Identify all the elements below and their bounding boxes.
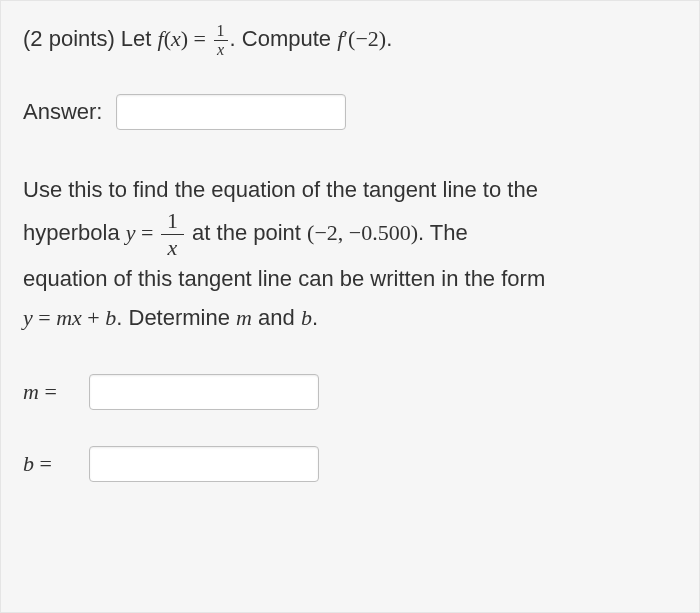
paragraph-line-2: hyperbola y = 1x at the point (−2, −0.50… [23, 210, 677, 259]
points-label: (2 points) [23, 26, 115, 51]
math-plus: + [82, 305, 105, 330]
m-label: m = [23, 376, 75, 408]
math-x: x [171, 26, 181, 51]
m-input[interactable] [89, 374, 319, 410]
math-paren-close: ) [181, 26, 188, 51]
answer-row: Answer: [23, 94, 677, 130]
math-y: y [126, 220, 136, 245]
math-b: b [105, 305, 116, 330]
math-b: b [301, 305, 312, 330]
math-x: x [72, 305, 82, 330]
at-point-text: at the point [192, 220, 307, 245]
fraction-1-over-x: 1x [212, 23, 230, 58]
math-m: m [236, 305, 252, 330]
fprime-expression: f′(−2). [337, 26, 392, 51]
final-period: . [312, 305, 318, 330]
paragraph-line-1: Use this to find the equation of the tan… [23, 170, 677, 210]
fraction-1-over-x-large: 1x [159, 210, 186, 259]
b-label: b = [23, 448, 75, 480]
b-input-row: b = [23, 446, 677, 482]
function-definition: f(x) = 1x [158, 26, 230, 51]
b-input[interactable] [89, 446, 319, 482]
answer-input[interactable] [116, 94, 346, 130]
tangent-paragraph: Use this to find the equation of the tan… [23, 170, 677, 338]
math-paren-open: ( [164, 26, 171, 51]
fraction-denominator: x [161, 234, 184, 259]
and-text: and [252, 305, 301, 330]
fraction-denominator: x [214, 40, 228, 58]
fraction-numerator: 1 [214, 23, 228, 40]
final-period: . [386, 26, 392, 51]
determine-text: . Determine [116, 305, 236, 330]
hyperbola-word: hyperbola [23, 220, 120, 245]
math-equals: = [33, 305, 56, 330]
problem-statement: (2 points) Let f(x) = 1x. Compute f′(−2)… [23, 23, 677, 58]
y-equals-frac: y = 1x [126, 220, 192, 245]
math-equals: = [188, 26, 211, 51]
fraction-numerator: 1 [161, 210, 184, 234]
let-text: Let [121, 26, 158, 51]
math-equals: = [136, 220, 159, 245]
question-panel: (2 points) Let f(x) = 1x. Compute f′(−2)… [0, 0, 700, 613]
compute-text: . Compute [230, 26, 332, 51]
point-post-text: . The [418, 220, 468, 245]
point-value: (−2, −0.500) [307, 220, 418, 245]
math-y: y [23, 305, 33, 330]
answer-label: Answer: [23, 96, 102, 128]
m-input-row: m = [23, 374, 677, 410]
paragraph-line-3: equation of this tangent line can be wri… [23, 259, 677, 299]
math-arg: −2 [355, 26, 378, 51]
math-m: m [56, 305, 72, 330]
paragraph-line-4: y = mx + b. Determine m and b. [23, 298, 677, 338]
